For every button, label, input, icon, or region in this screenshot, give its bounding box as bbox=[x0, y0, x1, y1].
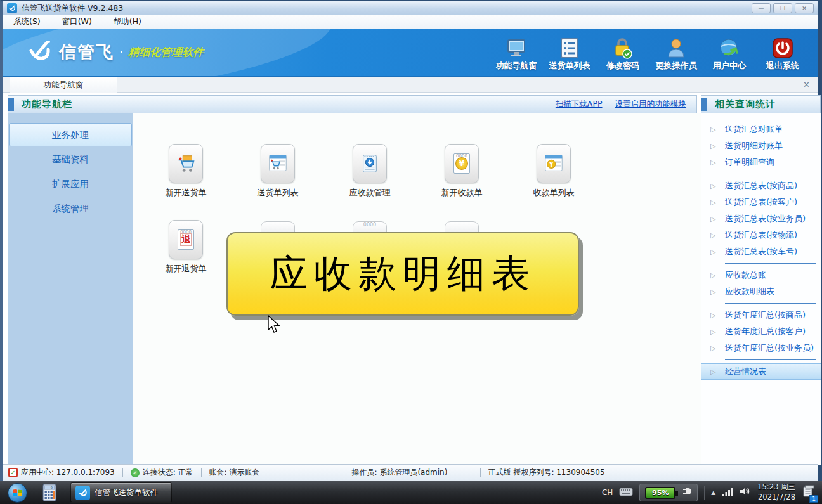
banner: 信管飞 · 精细化管理软件 功能导航窗 送货单列表 bbox=[3, 29, 818, 76]
language-indicator[interactable]: CH bbox=[602, 488, 613, 497]
divider bbox=[344, 468, 344, 477]
triangle-right-icon: ▷ bbox=[710, 368, 719, 376]
taskbar-app-button[interactable]: 信管飞送货单软件 bbox=[70, 482, 172, 503]
query-header-title: 相关查询统计 bbox=[715, 98, 776, 110]
tool-delivery-list[interactable]: 送货单列表 bbox=[549, 35, 590, 72]
brand-logo-icon bbox=[27, 39, 53, 65]
launcher-receipt-list[interactable]: ¥ 收款单列表 bbox=[523, 144, 584, 198]
battery-panel[interactable]: 95% bbox=[639, 484, 698, 501]
menu-system[interactable]: 系统(S) bbox=[13, 16, 41, 27]
clock-date: 2021/7/28 bbox=[757, 493, 795, 503]
system-tray: CH 95% ▲ 15:23 周三 2021/7/28 bbox=[602, 482, 817, 502]
launcher-delivery-list[interactable]: 送货单列表 bbox=[247, 144, 308, 198]
notepad-download-icon bbox=[353, 144, 387, 183]
launcher-new-delivery[interactable]: 新开送货单 bbox=[155, 144, 216, 198]
menu-window[interactable]: 窗口(W) bbox=[62, 16, 92, 27]
report-link-annual-by-salesman[interactable]: ▷送货年度汇总(按业务员) bbox=[701, 340, 821, 356]
status-app-center: ✓ 应用中心: 127.0.0.1:7093 bbox=[8, 467, 115, 478]
mouse-cursor-icon bbox=[266, 315, 280, 337]
query-header: 相关查询统计 bbox=[701, 95, 821, 113]
report-link-business-status[interactable]: ▷经营情况表 bbox=[701, 363, 821, 380]
triangle-right-icon: ▷ bbox=[710, 126, 719, 134]
report-link-summary-by-customer[interactable]: ▷送货汇总表(按客户) bbox=[701, 194, 821, 210]
brand-name: 信管飞 bbox=[59, 41, 114, 63]
hidden-launcher-button[interactable] bbox=[445, 221, 479, 232]
report-link-annual-by-customer[interactable]: ▷送货年度汇总(按客户) bbox=[701, 323, 821, 340]
sidebar: 业务处理 基础资料 扩展应用 系统管理 bbox=[8, 113, 133, 465]
report-link-receivables-ledger[interactable]: ▷应收款总账 bbox=[701, 267, 821, 283]
volume-icon[interactable] bbox=[740, 486, 751, 499]
app-logo-icon bbox=[75, 486, 90, 500]
tab-nav-window[interactable]: 功能导航窗 bbox=[10, 77, 117, 93]
triangle-right-icon: ▷ bbox=[710, 288, 719, 296]
report-link-receivables-detail[interactable]: ▷应收款明细表 bbox=[701, 283, 821, 300]
tool-change-password[interactable]: 修改密码 bbox=[602, 35, 644, 72]
report-link-summary-by-product[interactable]: ▷送货汇总表(按商品) bbox=[701, 178, 821, 194]
restore-button[interactable]: ❐ bbox=[773, 3, 792, 13]
brand: 信管飞 · 精细化管理软件 bbox=[27, 39, 204, 65]
report-link-summary-by-salesman[interactable]: ▷送货汇总表(按业务员) bbox=[701, 210, 821, 227]
menu-help[interactable]: 帮助(H) bbox=[114, 16, 141, 27]
sidebar-item-business[interactable]: 业务处理 bbox=[9, 123, 132, 146]
report-link-summary-by-logistics[interactable]: ▷送货汇总表(按物流) bbox=[701, 227, 821, 243]
divider bbox=[725, 174, 816, 174]
link-enable-modules[interactable]: 设置启用的功能模块 bbox=[615, 99, 687, 110]
battery-icon: 95% bbox=[645, 487, 675, 499]
triangle-right-icon: ▷ bbox=[710, 231, 719, 240]
divider bbox=[122, 468, 123, 477]
report-link-order-detail-query[interactable]: ▷订单明细查询 bbox=[701, 154, 821, 171]
calculator-taskbar-icon[interactable]: 0 bbox=[42, 484, 56, 501]
hidden-launcher-button[interactable] bbox=[261, 221, 295, 232]
triangle-right-icon: ▷ bbox=[710, 311, 719, 320]
status-account-set: 账套: 演示账套 bbox=[209, 467, 336, 478]
link-download-app[interactable]: 扫描下载APP bbox=[556, 99, 603, 110]
header-marker bbox=[701, 98, 707, 111]
sidebar-item-system[interactable]: 系统管理 bbox=[9, 197, 132, 221]
keyboard-icon[interactable] bbox=[619, 487, 633, 499]
svg-text:¥: ¥ bbox=[549, 160, 554, 168]
svg-text:0: 0 bbox=[51, 486, 53, 489]
network-signal-icon[interactable] bbox=[722, 487, 733, 499]
status-connection: ✓ 连接状态: 正常 bbox=[131, 467, 193, 478]
receipt-coin-icon: 0000 ¥ bbox=[445, 144, 479, 183]
sidebar-item-basic-data[interactable]: 基础资料 bbox=[9, 148, 132, 171]
report-link-annual-by-product[interactable]: ▷送货年度汇总(按商品) bbox=[701, 307, 821, 323]
close-button[interactable]: ✕ bbox=[795, 3, 814, 13]
window-title: 信管飞送货单软件 V9.2.483 bbox=[22, 3, 123, 14]
nav-header: 功能导航栏 扫描下载APP 设置启用的功能模块 bbox=[8, 95, 697, 113]
taskbar: 0 信管飞送货单软件 CH 95% ▲ bbox=[0, 481, 822, 504]
minimize-button[interactable]: — bbox=[752, 3, 771, 13]
monitor-icon bbox=[506, 35, 527, 59]
triangle-right-icon: ▷ bbox=[710, 215, 719, 223]
divider bbox=[725, 303, 816, 304]
globe-icon bbox=[719, 35, 740, 59]
triangle-right-icon: ▷ bbox=[710, 271, 719, 280]
notification-icon[interactable]: 1 bbox=[802, 484, 816, 501]
tray-overflow-icon[interactable]: ▲ bbox=[711, 489, 715, 496]
report-link-summary-by-vehicle[interactable]: ▷送货汇总表(按车号) bbox=[701, 243, 821, 260]
power-plug-icon bbox=[681, 486, 692, 499]
tool-exit-system[interactable]: 退出系统 bbox=[762, 35, 804, 72]
launcher-new-receipt[interactable]: 0000 ¥ 新开收款单 bbox=[431, 144, 492, 198]
title-bar: 信管飞送货单软件 V9.2.483 — ❐ ✕ bbox=[3, 1, 818, 15]
report-link-delivery-summary-statement[interactable]: ▷送货汇总对账单 bbox=[701, 121, 821, 138]
start-button[interactable] bbox=[8, 483, 27, 503]
tool-user-center[interactable]: 用户中心 bbox=[708, 35, 750, 72]
power-icon bbox=[772, 35, 793, 59]
app-window: 信管飞送货单软件 V9.2.483 — ❐ ✕ 系统(S) 窗口(W) 帮助(H… bbox=[0, 0, 822, 481]
launcher-receivables[interactable]: 应收款管理 bbox=[339, 144, 400, 198]
return-doc-icon: 0000 退 bbox=[169, 220, 203, 259]
screen: 信管飞送货单软件 V9.2.483 — ❐ ✕ 系统(S) 窗口(W) 帮助(H… bbox=[0, 0, 822, 504]
cart-list-icon bbox=[261, 144, 295, 183]
cart-icon bbox=[169, 144, 203, 183]
tool-switch-operator[interactable]: 更换操作员 bbox=[655, 35, 697, 72]
report-link-delivery-detail-statement[interactable]: ▷送货明细对账单 bbox=[701, 138, 821, 154]
hidden-launcher-button[interactable]: 0000 bbox=[353, 221, 387, 232]
launcher-new-return[interactable]: 0000 退 新开退货单 bbox=[155, 220, 216, 275]
triangle-right-icon: ▷ bbox=[710, 344, 719, 352]
tool-nav-window[interactable]: 功能导航窗 bbox=[495, 35, 537, 72]
taskbar-clock[interactable]: 15:23 周三 2021/7/28 bbox=[757, 482, 795, 502]
triangle-right-icon: ▷ bbox=[710, 142, 719, 150]
sidebar-item-extensions[interactable]: 扩展应用 bbox=[9, 172, 132, 196]
close-tab-icon[interactable]: ✕ bbox=[803, 80, 810, 89]
